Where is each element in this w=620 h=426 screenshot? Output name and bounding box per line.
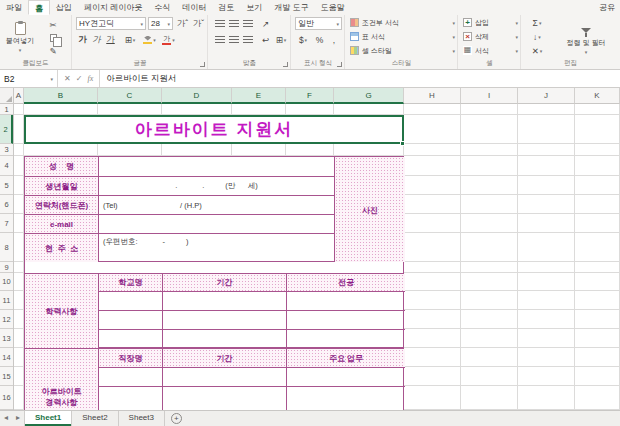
tab-data[interactable]: 데이터 <box>176 0 212 15</box>
tab-view[interactable]: 보기 <box>240 0 268 15</box>
borders-button[interactable]: ⊞▾ <box>121 33 139 46</box>
align-bottom-button[interactable] <box>241 17 254 30</box>
row-header-11[interactable]: 11 <box>0 291 13 310</box>
tab-review[interactable]: 검토 <box>212 0 240 15</box>
column-header-H[interactable]: H <box>404 88 461 104</box>
fill-handle[interactable] <box>400 141 405 146</box>
fx-icon[interactable]: fx <box>87 74 93 83</box>
education-label-cell[interactable]: 학력사항 <box>25 274 99 349</box>
email-value-cell[interactable] <box>99 215 335 234</box>
orientation-button[interactable]: ↗ <box>259 17 272 30</box>
column-header-A[interactable]: A <box>14 88 24 104</box>
align-top-button[interactable] <box>213 17 226 30</box>
birthdate-value-cell[interactable]: . . (만 세) <box>99 177 335 196</box>
align-left-button[interactable] <box>213 33 226 46</box>
formula-input[interactable]: 아르바이트 지원서 <box>100 73 182 85</box>
align-center-button[interactable] <box>227 33 240 46</box>
grid-area[interactable]: 아르바이트 지원서 사진 성 명 생년월일 . . (만 세) 연락처(핸드폰)… <box>14 104 620 410</box>
education-row-cell[interactable] <box>287 330 405 349</box>
row-header-7[interactable]: 7 <box>0 214 13 233</box>
paste-button[interactable]: 붙여넣기 ▾ <box>4 17 36 57</box>
shrink-font-button[interactable]: 가ˇ <box>191 17 206 30</box>
education-row-cell[interactable] <box>163 292 287 311</box>
sheet-nav-next-button[interactable]: ▸ <box>12 411 24 426</box>
tab-help[interactable]: 도움말 <box>314 0 350 15</box>
contact-label-cell[interactable]: 연락처(핸드폰) <box>25 196 99 215</box>
row-header-8[interactable]: 8 <box>0 233 13 262</box>
cancel-icon[interactable]: ✕ <box>64 74 71 83</box>
education-row-cell[interactable] <box>287 311 405 330</box>
comma-format-button[interactable]: , <box>328 33 340 46</box>
currency-format-button[interactable]: $▾ <box>295 33 311 46</box>
education-row-cell[interactable] <box>99 292 163 311</box>
address-label-cell[interactable]: 현 주 소 <box>25 234 99 263</box>
sheet-tab-sheet1[interactable]: Sheet1 <box>24 411 72 426</box>
share-button[interactable]: 공유 <box>599 0 615 15</box>
italic-button[interactable]: 가 <box>90 33 103 46</box>
birthdate-label-cell[interactable]: 생년월일 <box>25 177 99 196</box>
grow-font-button[interactable]: 가ˆ <box>175 17 190 30</box>
cut-button[interactable]: ✂ <box>42 19 64 30</box>
autosum-button[interactable]: Σ▾ <box>526 16 548 29</box>
select-all-button[interactable] <box>0 88 14 104</box>
photo-cell[interactable]: 사진 <box>335 157 405 263</box>
delete-cells-button[interactable]: ×삭제▾ <box>459 30 521 43</box>
column-header-K[interactable]: K <box>575 88 620 104</box>
education-row-cell[interactable] <box>99 330 163 349</box>
row-header-16[interactable]: 16 <box>0 386 13 410</box>
row-header-14[interactable]: 14 <box>0 348 13 367</box>
row-header-15[interactable]: 15 <box>0 367 13 386</box>
column-header-I[interactable]: I <box>461 88 518 104</box>
format-painter-button[interactable]: ✎ <box>42 45 64 56</box>
name-value-cell[interactable] <box>99 157 335 177</box>
tab-file[interactable]: 파일 <box>0 0 28 15</box>
education-row-cell[interactable] <box>163 311 287 330</box>
sheet-nav-prev-button[interactable]: ◂ <box>0 411 12 426</box>
merge-center-button[interactable]: ⊞▾ <box>273 33 289 46</box>
font-name-combo[interactable]: HY견고딕▾ <box>76 17 146 30</box>
fill-color-button[interactable]: ▾ <box>141 33 158 46</box>
clear-button[interactable]: ✕▾ <box>526 44 548 57</box>
column-header-E[interactable]: E <box>232 88 286 104</box>
career-label-cell[interactable]: 아르바이트 경력사항 <box>25 349 99 410</box>
education-period-header-cell[interactable]: 기간 <box>163 274 287 292</box>
duties-header-cell[interactable]: 주요 업무 <box>287 349 405 368</box>
tab-home[interactable]: 홈 <box>28 0 50 15</box>
column-header-C[interactable]: C <box>98 88 162 104</box>
copy-button[interactable] <box>42 32 64 43</box>
sheet-tab-sheet3[interactable]: Sheet3 <box>119 411 165 426</box>
education-row-cell[interactable] <box>99 311 163 330</box>
form-spacer-row[interactable] <box>24 262 404 273</box>
career-row-cell[interactable] <box>287 368 405 387</box>
row-header-1[interactable]: 1 <box>0 104 13 115</box>
wrap-text-button[interactable]: ↩ <box>259 33 272 46</box>
name-box[interactable]: B2▾ <box>0 70 58 87</box>
email-label-cell[interactable]: e-mail <box>25 215 99 234</box>
insert-cells-button[interactable]: +삽입▾ <box>459 16 521 29</box>
bold-button[interactable]: 가 <box>76 33 89 46</box>
workplace-header-cell[interactable]: 직장명 <box>99 349 163 368</box>
career-period-header-cell[interactable]: 기간 <box>163 349 287 368</box>
align-middle-button[interactable] <box>227 17 240 30</box>
align-right-button[interactable] <box>241 33 254 46</box>
row-header-10[interactable]: 10 <box>0 273 13 291</box>
tab-developer[interactable]: 개발 도구 <box>268 0 314 15</box>
row-header-5[interactable]: 5 <box>0 176 13 195</box>
cell-styles-button[interactable]: 셀 스타일▾ <box>346 44 458 57</box>
education-row-cell[interactable] <box>287 292 405 311</box>
row-header-2[interactable]: 2 <box>0 115 13 144</box>
row-header-12[interactable]: 12 <box>0 310 13 329</box>
percent-format-button[interactable]: % <box>313 33 326 46</box>
column-header-B[interactable]: B <box>24 88 98 104</box>
form-title-cell[interactable]: 아르바이트 지원서 <box>24 115 404 144</box>
contact-value-cell[interactable]: (Tel) / (H.P) <box>99 196 335 215</box>
row-header-6[interactable]: 6 <box>0 195 13 214</box>
column-header-G[interactable]: G <box>334 88 404 104</box>
row-header-4[interactable]: 4 <box>0 156 13 176</box>
career-row-cell[interactable] <box>287 387 405 410</box>
enter-icon[interactable]: ✓ <box>76 74 83 83</box>
career-row-cell[interactable] <box>163 368 287 387</box>
career-row-cell[interactable] <box>99 368 163 387</box>
career-row-cell[interactable] <box>163 387 287 410</box>
underline-button[interactable]: 가 <box>104 33 117 46</box>
